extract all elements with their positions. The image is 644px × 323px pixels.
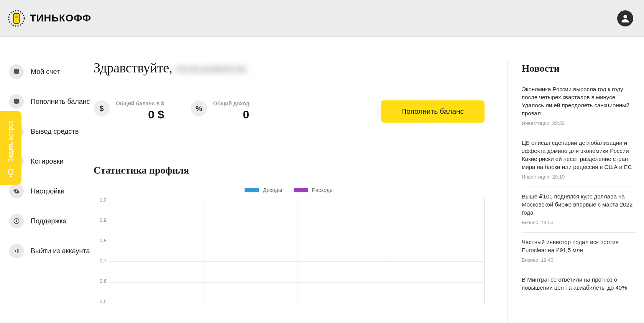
stat-income-label: Общий доход	[213, 100, 249, 107]
main-and-news: Здравствуйте, пользователь $ Общий балан…	[94, 37, 644, 323]
database-icon	[9, 94, 24, 109]
news-item[interactable]: ЦБ описал сценарии деглобализации и эффе…	[522, 133, 636, 187]
profile-stats-chart: Доходы Расходы 1,0 0,9 0,8 0,7 0,6 0,5	[94, 187, 485, 304]
stats-row: $ Общий баланс в $ 0 $ % Общий доход 0 П…	[94, 100, 485, 123]
news-item-text: Экономика России выросла год к году посл…	[522, 85, 636, 117]
chart-section-title: Статистика профиля	[94, 165, 485, 176]
lightbulb-icon	[6, 168, 16, 179]
greeting-username: пользователь	[176, 61, 246, 75]
news-item[interactable]: Выше ₽101 поднялся курс доллара на Моско…	[522, 187, 636, 233]
news-item-text: ЦБ описал сценарии деглобализации и эффе…	[522, 139, 636, 171]
news-item-text: Выше ₽101 поднялся курс доллара на Моско…	[522, 192, 636, 216]
header: ТИНЬКОФФ	[0, 0, 644, 37]
stat-income: % Общий доход 0	[191, 100, 279, 121]
stat-income-value: 0	[213, 108, 249, 121]
database-icon	[9, 64, 24, 79]
greeting-prefix: Здравствуйте,	[94, 60, 172, 76]
help-icon	[9, 214, 24, 228]
legend-series-1[interactable]: Доходы	[245, 187, 282, 193]
news-item[interactable]: В Минтрансе ответили на прогноз о повыше…	[522, 270, 636, 302]
y-tick: 0,7	[100, 258, 107, 264]
svg-point-7	[16, 220, 18, 222]
main-layout: Мой счет Пополнить баланс Вывод средств …	[0, 37, 644, 323]
chart-legend: Доходы Расходы	[94, 187, 485, 193]
person-icon	[620, 13, 631, 24]
chart-body: 1,0 0,9 0,8 0,7 0,6 0,5	[94, 197, 485, 304]
stat-balance-value: 0 $	[116, 108, 164, 121]
news-title: Новости	[522, 63, 636, 74]
sidebar-item-label: Котировки	[31, 157, 64, 166]
sidebar-item-account[interactable]: Мой счет	[9, 64, 94, 79]
user-avatar[interactable]	[617, 10, 633, 26]
ask-question-tab[interactable]: Задать вопрос	[0, 111, 21, 185]
sidebar-item-label: Настройки	[31, 187, 64, 196]
brand-logo-icon	[8, 10, 25, 27]
sidebar-item-withdraw[interactable]: Вывод средств	[9, 124, 94, 139]
sidebar-item-quotes[interactable]: Котировки	[9, 154, 94, 169]
topup-button[interactable]: Пополнить баланс	[381, 100, 485, 123]
sidebar-item-topup[interactable]: Пополнить баланс	[9, 94, 94, 109]
content-area: Здравствуйте, пользователь $ Общий балан…	[94, 60, 492, 323]
legend-swatch-purple	[294, 188, 308, 192]
sidebar-item-label: Поддержка	[31, 217, 67, 226]
brand-logo[interactable]: ТИНЬКОФФ	[8, 10, 91, 27]
sidebar-item-label: Выйти из аккаунта	[31, 247, 90, 256]
news-item[interactable]: Частный инвестор подал иск против Eurocl…	[522, 233, 636, 270]
chart-plot-area	[110, 197, 485, 304]
percent-icon: %	[191, 100, 207, 116]
sidebar-item-label: Мой счет	[31, 67, 60, 76]
gear-icon	[9, 184, 24, 198]
legend-swatch-blue	[245, 188, 259, 192]
news-item[interactable]: Экономика России выросла год к году посл…	[522, 85, 636, 133]
stat-balance: $ Общий баланс в $ 0 $	[94, 100, 182, 121]
ask-question-label: Задать вопрос	[7, 120, 14, 162]
y-tick: 0,8	[100, 238, 107, 243]
svg-rect-1	[14, 13, 19, 23]
dollar-icon: $	[94, 100, 110, 116]
y-tick: 0,9	[100, 217, 107, 223]
news-item-meta: Инвестиции, 20:10	[522, 174, 636, 180]
sidebar-item-settings[interactable]: Настройки	[9, 184, 94, 198]
news-column: Новости Экономика России выросла год к г…	[508, 60, 636, 323]
sidebar-item-label: Пополнить баланс	[31, 97, 90, 106]
legend-series-2[interactable]: Расходы	[294, 187, 334, 193]
sidebar-item-logout[interactable]: Выйти из аккаунта	[9, 244, 94, 258]
legend-label-1: Доходы	[263, 187, 282, 193]
chart-y-axis: 1,0 0,9 0,8 0,7 0,6 0,5	[94, 197, 110, 304]
stat-balance-label: Общий баланс в $	[116, 100, 164, 107]
svg-rect-2	[15, 15, 18, 18]
news-item-meta: Бизнес, 19:50	[522, 220, 636, 225]
y-tick: 0,5	[100, 298, 107, 304]
news-item-text: Частный инвестор подал иск против Eurocl…	[522, 238, 636, 254]
sidebar-item-support[interactable]: Поддержка	[9, 214, 94, 228]
y-tick: 1,0	[100, 197, 107, 203]
news-item-text: В Минтрансе ответили на прогноз о повыше…	[522, 275, 636, 292]
y-tick: 0,6	[100, 278, 107, 284]
sidebar-item-label: Вывод средств	[31, 127, 79, 136]
news-item-meta: Бизнес, 19:40	[522, 257, 636, 263]
greeting: Здравствуйте, пользователь	[94, 60, 485, 76]
news-item-meta: Инвестиции, 20:32	[522, 120, 636, 126]
svg-point-3	[623, 15, 627, 18]
brand-name: ТИНЬКОФФ	[30, 12, 91, 24]
legend-label-2: Расходы	[312, 187, 334, 193]
logout-icon	[9, 244, 24, 258]
